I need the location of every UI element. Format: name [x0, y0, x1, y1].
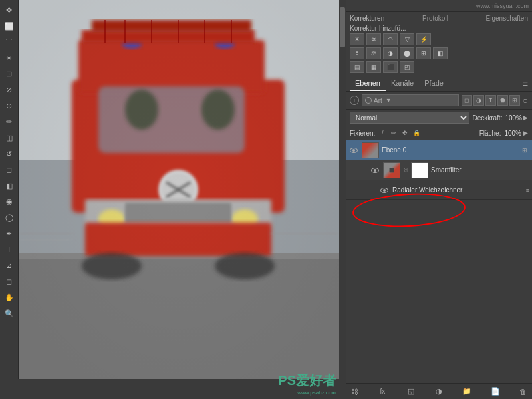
brush-tool[interactable]: ✏: [2, 114, 17, 129]
filter-shape-icon[interactable]: ⬟: [497, 95, 508, 106]
text-tool[interactable]: T: [2, 242, 17, 257]
svg-rect-27: [19, 0, 339, 379]
filter-smart-icon[interactable]: ⊞: [509, 95, 520, 106]
selective-color-icon[interactable]: ◰: [400, 61, 414, 73]
layers-tabs: Ebenen Kanäle Pfade ≡: [346, 76, 532, 92]
crop-tool[interactable]: ⊡: [2, 66, 17, 81]
radialer-options-icon[interactable]: ≡: [526, 187, 529, 194]
gradient-map-icon[interactable]: ⬛: [383, 61, 398, 73]
move-tool[interactable]: ✥: [2, 3, 17, 17]
left-toolbar: ✥ ⬜ ⌒ ✴ ⊡ ⊘ ⊕ ✏ ◫ ↺ ◻ ◧ ◉ ◯ ✒ T ⊿ ◻ ✋ 🔍: [0, 0, 19, 379]
tab-kanaele[interactable]: Kanäle: [386, 76, 419, 91]
opacity-value[interactable]: 100%: [505, 114, 522, 122]
flaeche-value[interactable]: 100%: [504, 130, 521, 137]
scrollbar-thumb[interactable]: [340, 7, 345, 47]
photo-filter-icon[interactable]: ⬤: [400, 47, 414, 59]
dodge-tool[interactable]: ◯: [2, 210, 17, 225]
balance-icon[interactable]: ⚖: [366, 47, 381, 59]
marquee-tool[interactable]: ⬜: [2, 19, 17, 33]
search-dropdown-arrow[interactable]: ▼: [386, 97, 392, 104]
layer-delete-btn[interactable]: 🗑: [517, 386, 529, 398]
tab-pfade[interactable]: Pfade: [419, 76, 449, 91]
layer-tools: ⛓ fx ◱ ◑ 📁 📄 🗑: [346, 383, 532, 399]
layer-search-box[interactable]: Art ▼: [362, 94, 459, 106]
layer-smartfilter[interactable]: ⬛ ⛓ Smartfilter: [346, 160, 532, 180]
vibrance-icon[interactable]: ⚡: [416, 33, 431, 45]
magic-wand-tool[interactable]: ✴: [2, 51, 17, 65]
blur-tool[interactable]: ◉: [2, 194, 17, 209]
filter-pixel-icon[interactable]: ◻: [462, 95, 472, 106]
threshold-icon[interactable]: ▦: [366, 61, 381, 73]
zoom-tool[interactable]: 🔍: [2, 306, 17, 321]
right-panel: www.missyuan.com Korrekturen Protokoll E…: [346, 0, 532, 399]
layer-radialer[interactable]: Radialer Weichzeichner ≡: [346, 180, 532, 200]
filter-adjust-icon[interactable]: ◑: [473, 95, 484, 106]
layer-new-btn[interactable]: 📄: [489, 386, 501, 398]
adjustment-icons-row2: ⧮ ⚖ ◑ ⬤ ⊞ ◧: [350, 47, 528, 59]
channel-mix-icon[interactable]: ⊞: [416, 47, 431, 59]
opacity-label: Deckkraft:: [472, 114, 502, 122]
search-label: Art: [374, 97, 382, 104]
lock-move-icon[interactable]: ✥: [400, 128, 410, 138]
eigenschaften-tab[interactable]: Eigenschaften: [486, 15, 528, 22]
curves-icon[interactable]: ◠: [383, 33, 398, 45]
lock-all-icon[interactable]: 🔒: [412, 128, 421, 138]
posterize-icon[interactable]: ▤: [350, 61, 364, 73]
lock-paint-icon[interactable]: ✏: [389, 128, 398, 138]
shape-tool[interactable]: ◻: [2, 274, 17, 289]
path-tool[interactable]: ⊿: [2, 258, 17, 273]
heal-tool[interactable]: ⊕: [2, 98, 17, 113]
svg-rect-29: [92, 20, 251, 32]
korrekturen-tab[interactable]: Korrekturen: [350, 15, 384, 22]
filter-text-icon[interactable]: T: [485, 95, 496, 106]
eraser-tool[interactable]: ◻: [2, 162, 17, 177]
bw-icon[interactable]: ◑: [383, 47, 398, 59]
layer-fx-btn[interactable]: fx: [376, 386, 388, 398]
gradient-tool[interactable]: ◧: [2, 178, 17, 193]
levels-icon[interactable]: ≋: [366, 33, 381, 45]
layer-eye-smartfilter[interactable]: [370, 165, 380, 176]
layer-eye-radialer[interactable]: [379, 185, 390, 196]
layers-panel-menu[interactable]: ≡: [523, 76, 528, 91]
search-icon: [365, 97, 372, 104]
filter-icons: ◻ ◑ T ⬟ ⊞: [462, 95, 520, 106]
lock-transparency-icon[interactable]: /: [378, 128, 387, 138]
layer-adjustment-btn[interactable]: ◑: [433, 386, 445, 398]
fixieren-label: Fixieren:: [350, 130, 375, 137]
exposure-icon[interactable]: ▽: [400, 33, 414, 45]
canvas-scrollbar[interactable]: [339, 7, 346, 379]
layer-name-ebene0: Ebene 0: [382, 146, 517, 154]
layer-group-btn[interactable]: 📁: [461, 386, 473, 398]
layer-options-ebene0[interactable]: ⊞: [520, 146, 529, 155]
layer-ebene0[interactable]: Ebene 0 ⊞: [346, 140, 532, 160]
brightness-icon[interactable]: ☀: [350, 33, 364, 45]
filter-toggle[interactable]: ○: [523, 95, 528, 106]
hand-tool[interactable]: ✋: [2, 290, 17, 305]
info-icon[interactable]: i: [350, 96, 359, 105]
canvas-area: ✥ ⬜ ⌒ ✴ ⊡ ⊘ ⊕ ✏ ◫ ↺ ◻ ◧ ◉ ◯ ✒ T ⊿ ◻ ✋ 🔍: [0, 0, 346, 399]
flaeche-label: Fläche:: [479, 130, 501, 137]
invert-icon[interactable]: ◧: [433, 47, 448, 59]
pen-tool[interactable]: ✒: [2, 226, 17, 241]
flaeche-arrow[interactable]: ▶: [523, 130, 528, 136]
fixieren-row: Fixieren: / ✏ ✥ 🔒 Fläche: 100% ▶: [346, 126, 532, 140]
eyedropper-tool[interactable]: ⊘: [2, 82, 17, 97]
lasso-tool[interactable]: ⌒: [2, 35, 17, 49]
lock-icons: / ✏ ✥ 🔒: [378, 128, 421, 138]
history-brush[interactable]: ↺: [2, 146, 17, 161]
layers-controls: i Art ▼ ◻ ◑ T ⬟ ⊞ ○: [346, 92, 532, 110]
blend-mode-select[interactable]: Normal: [350, 112, 469, 124]
layer-mask-btn[interactable]: ◱: [405, 386, 417, 398]
layer-thumb-smartfilter: ⬛: [383, 162, 400, 178]
layer-eye-ebene0[interactable]: [348, 145, 359, 156]
tab-ebenen[interactable]: Ebenen: [350, 76, 386, 91]
layers-list: Ebene 0 ⊞ ⬛ ⛓ Smartfilter: [346, 140, 532, 383]
protokoll-tab[interactable]: Protokoll: [422, 15, 448, 22]
hsl-icon[interactable]: ⧮: [350, 47, 364, 59]
ps-watermark: PS爱好者 www.psahz.com: [278, 372, 336, 396]
watermark-bar: www.missyuan.com: [346, 0, 532, 12]
clone-tool[interactable]: ◫: [2, 130, 17, 145]
opacity-arrow[interactable]: ▶: [523, 114, 528, 121]
layer-link-btn[interactable]: ⛓: [348, 386, 360, 398]
layers-panel: Ebenen Kanäle Pfade ≡ i Art ▼ ◻ ◑ T ⬟ ⊞: [346, 76, 532, 399]
